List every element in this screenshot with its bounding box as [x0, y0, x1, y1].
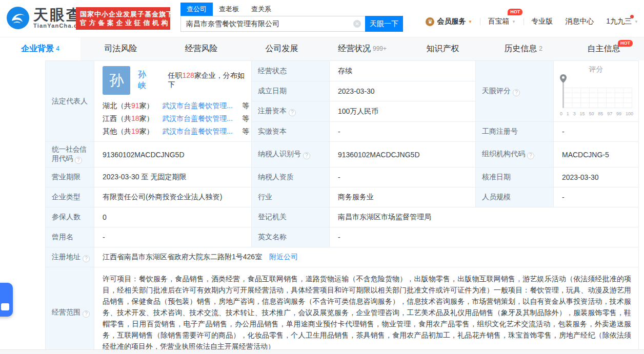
axis-tick: 97 — [607, 111, 612, 116]
score-grid — [564, 88, 632, 108]
status-label: 经营状态 — [252, 61, 330, 81]
org-code-value: MACDCJNG-5 — [554, 142, 639, 168]
chevron-down-icon — [468, 19, 472, 24]
axis-tick: 1 — [567, 111, 569, 116]
hot-badge: HOT — [508, 9, 522, 15]
chevron-down-icon — [634, 19, 638, 24]
tab-self-info[interactable]: 自主信息 HOT — [564, 37, 644, 60]
search-input[interactable] — [180, 16, 365, 32]
chat-bubble-icon — [1, 303, 9, 310]
eye-swirl-icon — [6, 6, 30, 30]
established-value: 2023-03-30 — [330, 81, 476, 101]
floating-widget[interactable] — [0, 283, 13, 317]
help-icon[interactable] — [83, 255, 90, 262]
credit-code-label: 统一社会信用代码 — [46, 142, 94, 168]
search-tab-boss[interactable]: 查老板 — [213, 3, 245, 16]
gov-credential-badge: 国家中小企业发展子基金旗下 官方备案企业征信机构 — [76, 7, 170, 30]
region-suffix: 家） — [139, 101, 154, 110]
insured-label: 参保人数 — [46, 207, 94, 227]
label-text: 纳税人识别号 — [258, 150, 301, 158]
tab-company-background[interactable]: 企业背景 4 — [0, 37, 80, 60]
related-company-link[interactable]: 武汉市台盖餐饮管理... — [162, 101, 241, 111]
region-prefix: 湖北（共 — [103, 101, 131, 110]
help-icon[interactable] — [83, 310, 90, 318]
help-icon[interactable] — [303, 152, 310, 159]
paid-capital-value: - — [330, 122, 476, 142]
taxpayer-quality-value: - — [330, 168, 476, 188]
scope-label: 经营范围 — [46, 267, 94, 354]
address-value-cell: 江西省南昌市东湖区省政府大院东二路附1号426室 附近公司 — [94, 247, 639, 267]
username: 1九九三 — [606, 17, 632, 26]
search-tab-company[interactable]: 查公司 — [180, 3, 213, 16]
region-count: 18 — [131, 114, 139, 122]
region-count: 19 — [131, 127, 139, 135]
help-icon[interactable] — [527, 152, 534, 159]
header: 天眼查 TianYanCha.com 国家中小企业发展子基金旗下 官方备案企业征… — [0, 0, 644, 37]
message-center-menu[interactable]: 消息中心 — [565, 17, 594, 26]
former-name-label: 曾用名 — [46, 227, 94, 247]
search-tabs: 查公司 查老板 查关系 — [180, 4, 403, 16]
avatar[interactable]: 孙 — [103, 66, 130, 95]
tab-judicial-risk[interactable]: 司法风险 — [80, 37, 161, 60]
tab-count: 999+ — [373, 45, 387, 52]
tab-company-development[interactable]: 公司发展 — [242, 37, 322, 60]
tab-intellectual-property[interactable]: 知识产权 — [402, 37, 483, 60]
score-chart-title: 评分 — [558, 65, 634, 74]
label-text: 注册资本 — [258, 107, 287, 115]
axis-tick: 15 — [580, 111, 585, 116]
reg-no-label: 工商注册号 — [476, 122, 554, 142]
axis-tick: 50 — [589, 111, 594, 116]
tab-label: 公司发展 — [266, 44, 298, 54]
notification-dot — [630, 15, 634, 18]
axis-tick: 99 — [616, 111, 621, 116]
tab-label: 经营风险 — [185, 44, 218, 54]
nearby-companies-link[interactable]: 附近公司 — [269, 253, 298, 261]
search-tab-relation[interactable]: 查关系 — [245, 3, 277, 16]
crown-icon — [426, 17, 434, 26]
taxpayer-id-value: 91360102MACDCJNG5D — [330, 142, 476, 168]
tab-label: 经营状况 — [338, 44, 371, 54]
related-company-link[interactable]: 武汉市台盖餐饮管理... — [162, 127, 241, 136]
divider — [480, 18, 480, 25]
legal-rep-cell: 孙 孙峡 任职128家企业，分布如下 湖北（共91家） 武汉市台盖餐饮管理...… — [94, 61, 252, 142]
pro-version-menu[interactable]: 专业版 — [531, 17, 553, 26]
axis-tick: 85 — [598, 111, 603, 116]
region-stat: 江西（共18家） — [103, 114, 162, 123]
tab-label: 司法风险 — [105, 44, 137, 54]
insured-value: 0 — [94, 207, 252, 227]
authority-value: 南昌市东湖区市场监督管理局 — [330, 207, 639, 227]
tyc-score-label: 天眼评分 — [476, 61, 554, 122]
tyc-score-cell: 评分 0 1 3 15 50 85 97 99 100 — [554, 61, 639, 122]
company-type-value: 有限责任公司(外商投资企业法人独资) — [94, 188, 252, 207]
legal-rep-name-link[interactable]: 孙峡 — [138, 70, 154, 91]
tab-operating-risk[interactable]: 经营风险 — [161, 37, 242, 60]
region-stat: 湖北（共91家） — [103, 101, 162, 111]
tab-operating-status[interactable]: 经营状况 999+ — [322, 37, 402, 60]
help-icon[interactable] — [289, 109, 296, 116]
toolbox-menu[interactable]: 百宝箱 HOT — [488, 17, 516, 26]
axis-tick: 100 — [626, 111, 633, 116]
related-company-link[interactable]: 武汉市台盖餐饮管理... — [162, 114, 241, 123]
english-name-label: 英文名称 — [252, 227, 330, 247]
help-icon[interactable] — [75, 157, 82, 164]
clear-search-icon[interactable] — [353, 20, 361, 28]
tab-count: 2 — [539, 45, 542, 52]
reg-capital-value: 100万人民币 — [330, 101, 476, 122]
vip-services-menu[interactable]: 会员服务 — [426, 17, 473, 26]
region-prefix: 其他（共 — [103, 127, 131, 135]
top-menu: 会员服务 百宝箱 HOT 专业版 消息中心 1九九三 — [426, 17, 639, 26]
search-button[interactable]: 天眼一下 — [365, 16, 403, 32]
tianyancha-logo[interactable]: 天眼查 TianYanCha.com — [6, 6, 87, 30]
region-row: 湖北（共91家） 武汉市台盖餐饮管理... 等 — [103, 101, 249, 111]
taxpayer-quality-label: 纳税人资质 — [252, 168, 330, 188]
tab-history-info[interactable]: 历史信息 2 — [483, 37, 564, 60]
established-label: 成立日期 — [252, 81, 330, 101]
legal-rep-label: 法定代表人 — [46, 61, 94, 142]
help-icon[interactable] — [513, 89, 520, 96]
taxpayer-id-label: 纳税人识别号 — [252, 142, 330, 168]
staff-size-value: - — [554, 188, 639, 207]
user-account-menu[interactable]: 1九九三 — [606, 17, 639, 26]
status-value: 存续 — [330, 61, 476, 81]
divider — [524, 18, 524, 25]
approval-date-label: 核准日期 — [476, 168, 554, 188]
